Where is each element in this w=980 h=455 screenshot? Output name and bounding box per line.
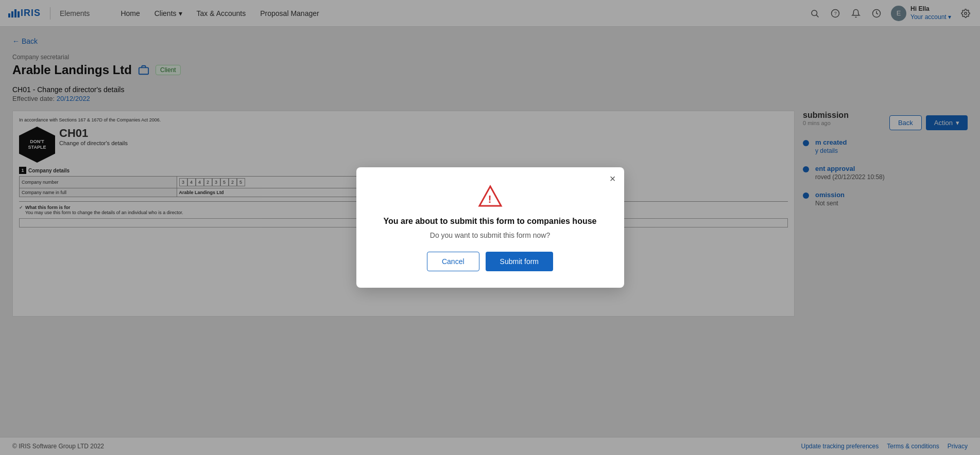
- svg-text:!: !: [488, 194, 491, 205]
- modal-overlay: × ! You are about to submit this form to…: [0, 0, 980, 455]
- modal-body: Do you want to submit this form now?: [373, 231, 608, 239]
- modal-close-button[interactable]: ×: [610, 173, 616, 184]
- submit-form-button[interactable]: Submit form: [486, 252, 553, 271]
- cancel-button[interactable]: Cancel: [427, 252, 479, 271]
- modal-dialog: × ! You are about to submit this form to…: [356, 167, 624, 288]
- modal-buttons: Cancel Submit form: [373, 252, 608, 271]
- warning-icon: !: [478, 184, 503, 208]
- modal-title: You are about to submit this form to com…: [373, 217, 608, 226]
